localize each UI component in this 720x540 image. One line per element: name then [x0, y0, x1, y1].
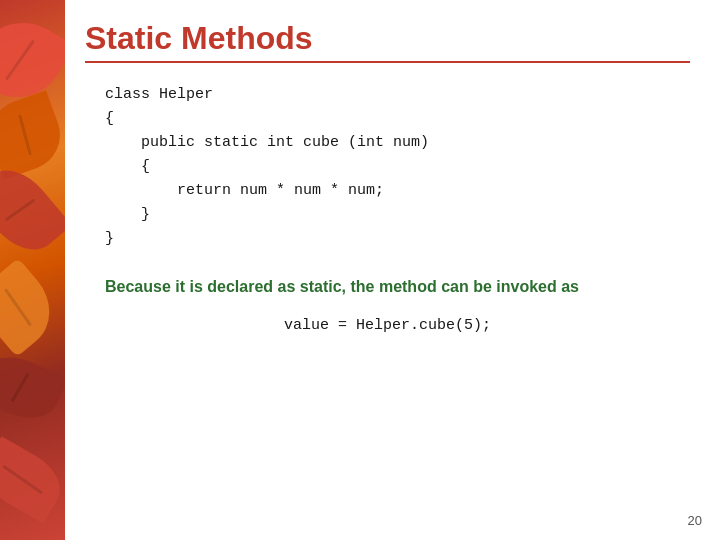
- slide-content: Static Methods class Helper{ public stat…: [65, 0, 720, 540]
- code-line: {: [105, 155, 690, 179]
- leaf-decoration: [0, 346, 65, 430]
- left-decoration: [0, 0, 65, 540]
- code-line: }: [105, 227, 690, 251]
- code-line: class Helper: [105, 83, 690, 107]
- description-text: Because it is declared as static, the me…: [105, 275, 690, 299]
- code-block: class Helper{ public static int cube (in…: [105, 83, 690, 251]
- leaf-decoration: [0, 156, 65, 264]
- code-line: }: [105, 203, 690, 227]
- slide-title: Static Methods: [85, 20, 690, 63]
- code-line: public static int cube (int num): [105, 131, 690, 155]
- page-number: 20: [688, 513, 702, 528]
- leaf-decoration: [0, 90, 65, 180]
- code-line: {: [105, 107, 690, 131]
- leaf-decoration: [0, 436, 65, 524]
- leaf-decoration: [0, 258, 65, 357]
- invocation-code: value = Helper.cube(5);: [85, 317, 690, 334]
- code-line: return num * num * num;: [105, 179, 690, 203]
